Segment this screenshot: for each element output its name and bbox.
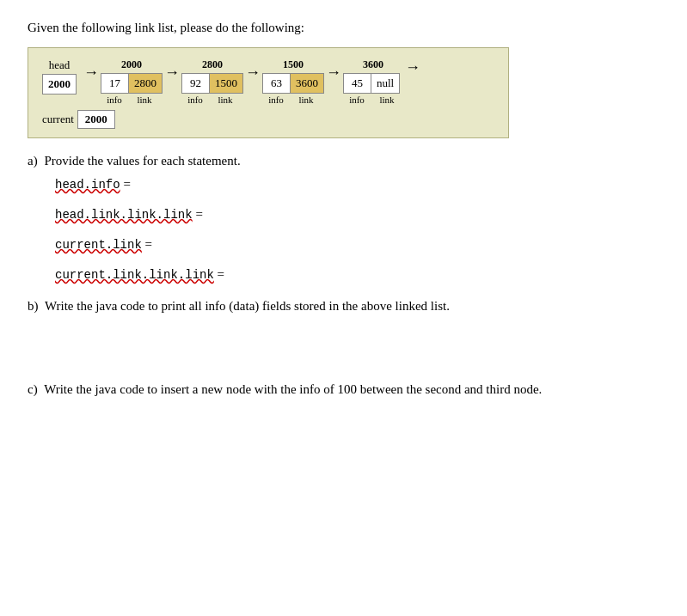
node-2800-cells: 92 1500 bbox=[181, 73, 243, 94]
arrow-1: → bbox=[164, 58, 180, 82]
statement-2: head.link.link.link = bbox=[55, 207, 659, 222]
node-2000: 2000 17 2800 info link bbox=[101, 58, 163, 105]
statement-3: current.link = bbox=[55, 237, 659, 252]
intro-text: Given the following link list, please do… bbox=[28, 21, 659, 35]
arrow-head: → bbox=[83, 58, 99, 82]
node-1500-link: 3600 bbox=[290, 73, 324, 94]
node-2800-sublabels: info link bbox=[181, 95, 242, 105]
info-sublabel-4: info bbox=[343, 95, 371, 105]
part-a-section: a) Provide the values for each statement… bbox=[28, 154, 659, 282]
node-3600-sublabels: info link bbox=[343, 95, 403, 105]
statement-4: current.link.link.link = bbox=[55, 267, 659, 282]
statement-3-equals: = bbox=[142, 237, 152, 252]
statement-4-code: current.link.link.link bbox=[55, 268, 214, 282]
head-column: head 2000 bbox=[42, 58, 77, 96]
head-label: head bbox=[49, 58, 71, 72]
link-sublabel-2: link bbox=[209, 95, 242, 105]
part-a-title: Provide the values for each statement. bbox=[44, 154, 240, 168]
info-sublabel-2: info bbox=[181, 95, 209, 105]
node-1500-cells: 63 3600 bbox=[262, 73, 324, 94]
node-3600-cells: 45 null bbox=[343, 73, 400, 94]
node-3600-link: null bbox=[371, 73, 400, 94]
part-c-text: Write the java code to insert a new node… bbox=[44, 382, 542, 396]
node-1500: 1500 63 3600 info link bbox=[262, 58, 324, 105]
statement-3-code: current.link bbox=[55, 238, 142, 252]
statement-1-equals: = bbox=[120, 177, 131, 192]
part-b-section: b) Write the java code to print all info… bbox=[28, 299, 659, 314]
current-row: current 2000 bbox=[42, 110, 494, 129]
part-b-text: Write the java code to print all info (d… bbox=[45, 299, 450, 313]
part-c-section: c) Write the java code to insert a new n… bbox=[28, 382, 659, 397]
node-2000-sublabels: info link bbox=[101, 95, 161, 105]
arrow-2: → bbox=[245, 58, 261, 82]
part-a-label: a) bbox=[28, 154, 38, 168]
statement-1-code: head.info bbox=[55, 178, 120, 192]
statement-2-equals: = bbox=[193, 207, 203, 222]
diagram-nodes-row: head 2000 → 2000 17 2800 info link → 280… bbox=[42, 58, 494, 105]
link-sublabel-3: link bbox=[290, 95, 322, 105]
node-2800-link: 1500 bbox=[209, 73, 243, 94]
addr-2000: 2000 bbox=[121, 58, 142, 71]
part-c-label: c) bbox=[28, 382, 38, 396]
head-box: 2000 bbox=[42, 74, 77, 95]
link-sublabel-1: link bbox=[128, 95, 161, 105]
node-3600: 3600 45 null info link bbox=[343, 58, 403, 105]
info-sublabel-3: info bbox=[262, 95, 290, 105]
node-2000-link: 2800 bbox=[128, 73, 163, 94]
link-sublabel-4: link bbox=[371, 95, 403, 105]
node-2000-cells: 17 2800 bbox=[101, 73, 163, 94]
node-2000-info: 17 bbox=[101, 73, 128, 94]
node-1500-info: 63 bbox=[262, 73, 290, 94]
addr-1500: 1500 bbox=[283, 58, 304, 71]
info-sublabel-1: info bbox=[101, 95, 128, 105]
node-1500-sublabels: info link bbox=[262, 95, 322, 105]
addr-3600: 3600 bbox=[363, 58, 383, 71]
tail-arrow: → bbox=[405, 58, 420, 76]
linked-list-diagram: head 2000 → 2000 17 2800 info link → 280… bbox=[28, 47, 509, 138]
node-2800-info: 92 bbox=[181, 73, 209, 94]
statement-1: head.info = bbox=[55, 177, 659, 192]
addr-2800: 2800 bbox=[202, 58, 223, 71]
statement-4-equals: = bbox=[214, 267, 224, 282]
current-box: 2000 bbox=[77, 110, 115, 129]
arrow-3: → bbox=[326, 58, 341, 82]
part-b-label: b) bbox=[28, 299, 39, 313]
part-a-header: a) Provide the values for each statement… bbox=[28, 154, 659, 168]
node-3600-info: 45 bbox=[343, 73, 371, 94]
statement-2-code: head.link.link.link bbox=[55, 208, 193, 222]
current-label: current bbox=[42, 113, 74, 126]
node-2800: 2800 92 1500 info link bbox=[181, 58, 243, 105]
